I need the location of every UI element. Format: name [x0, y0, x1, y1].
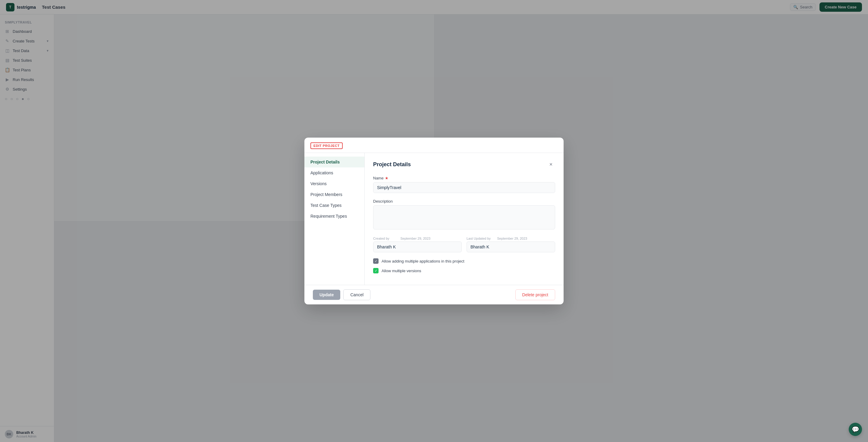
modal-nav-item-project-members[interactable]: Project Members	[304, 189, 364, 200]
description-label: Description	[373, 199, 434, 204]
description-textarea[interactable]	[373, 205, 434, 221]
modal-nav-item-project-details[interactable]: Project Details	[304, 157, 364, 167]
modal-nav-item-requirement-types[interactable]: Requirement Types	[304, 211, 364, 221]
modal-nav-label: Applications	[310, 170, 333, 175]
modal-nav-label: Project Details	[310, 160, 340, 164]
modal-header: EDIT PROJECT	[304, 138, 434, 153]
modal-nav-item-versions[interactable]: Versions	[304, 178, 364, 189]
name-field-group: Name ★	[373, 176, 434, 193]
modal-nav-item-applications[interactable]: Applications	[304, 167, 364, 178]
modal-nav-label: Versions	[310, 181, 327, 186]
modal-overlay[interactable]: EDIT PROJECT Project Details Application…	[0, 0, 434, 221]
modal-nav-label: Requirement Types	[310, 214, 347, 218]
modal-nav-item-test-case-types[interactable]: Test Case Types	[304, 200, 364, 211]
modal-content-title: Project Details	[373, 161, 411, 168]
name-input[interactable]	[373, 182, 434, 193]
modal-nav-label: Test Case Types	[310, 203, 341, 208]
edit-project-label: EDIT PROJECT	[310, 142, 343, 149]
modal-nav-label: Project Members	[310, 192, 342, 197]
edit-project-modal: EDIT PROJECT Project Details Application…	[304, 138, 434, 221]
modal-body: Project Details Applications Versions Pr…	[304, 153, 434, 221]
modal-content-header: Project Details ×	[373, 160, 434, 169]
name-label: Name ★	[373, 176, 434, 180]
modal-navigation: Project Details Applications Versions Pr…	[304, 153, 365, 221]
description-field-group: Description	[373, 199, 434, 221]
required-indicator: ★	[385, 176, 389, 180]
modal-content-panel: Project Details × Name ★ Description	[365, 153, 434, 221]
